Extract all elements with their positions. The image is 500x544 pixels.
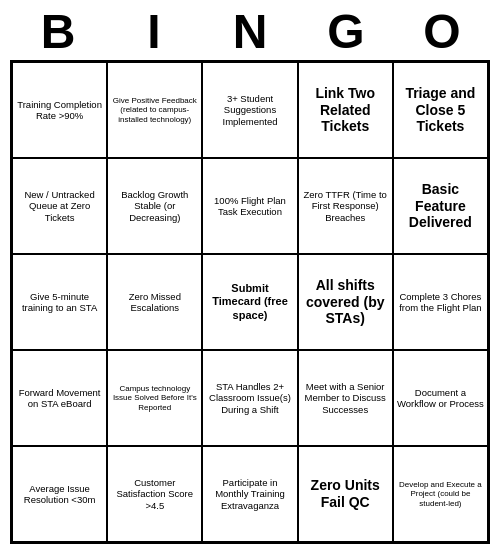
letter-g: G <box>302 8 390 56</box>
bingo-cell-7[interactable]: 100% Flight Plan Task Execution <box>202 158 297 254</box>
bingo-cell-6[interactable]: Backlog Growth Stable (or Decreasing) <box>107 158 202 254</box>
bingo-title: B I N G O <box>10 0 490 60</box>
bingo-cell-11[interactable]: Zero Missed Escalations <box>107 254 202 350</box>
bingo-cell-19[interactable]: Document a Workflow or Process <box>393 350 488 446</box>
letter-o: O <box>398 8 486 56</box>
bingo-cell-14[interactable]: Complete 3 Chores from the Flight Plan <box>393 254 488 350</box>
bingo-cell-16[interactable]: Campus technology Issue Solved Before It… <box>107 350 202 446</box>
bingo-cell-12[interactable]: Submit Timecard (free space) <box>202 254 297 350</box>
letter-b: B <box>14 8 102 56</box>
bingo-cell-0[interactable]: Training Completion Rate >90% <box>12 62 107 158</box>
bingo-cell-8[interactable]: Zero TTFR (Time to First Response) Breac… <box>298 158 393 254</box>
bingo-cell-3[interactable]: Link Two Related Tickets <box>298 62 393 158</box>
bingo-cell-21[interactable]: Customer Satisfaction Score >4.5 <box>107 446 202 542</box>
bingo-cell-4[interactable]: Triage and Close 5 Tickets <box>393 62 488 158</box>
bingo-cell-1[interactable]: Give Positive Feedback (related to campu… <box>107 62 202 158</box>
bingo-grid: Training Completion Rate >90%Give Positi… <box>10 60 490 544</box>
bingo-cell-24[interactable]: Develop and Execute a Project (could be … <box>393 446 488 542</box>
bingo-cell-17[interactable]: STA Handles 2+ Classroom Issue(s) During… <box>202 350 297 446</box>
letter-n: N <box>206 8 294 56</box>
letter-i: I <box>110 8 198 56</box>
bingo-cell-13[interactable]: All shifts covered (by STAs) <box>298 254 393 350</box>
bingo-cell-20[interactable]: Average Issue Resolution <30m <box>12 446 107 542</box>
bingo-cell-2[interactable]: 3+ Student Suggestions Implemented <box>202 62 297 158</box>
bingo-cell-9[interactable]: Basic Feature Delivered <box>393 158 488 254</box>
bingo-cell-5[interactable]: New / Untracked Queue at Zero Tickets <box>12 158 107 254</box>
bingo-cell-22[interactable]: Participate in Monthly Training Extravag… <box>202 446 297 542</box>
bingo-cell-23[interactable]: Zero Units Fail QC <box>298 446 393 542</box>
bingo-cell-18[interactable]: Meet with a Senior Member to Discuss Suc… <box>298 350 393 446</box>
bingo-cell-15[interactable]: Forward Movement on STA eBoard <box>12 350 107 446</box>
bingo-cell-10[interactable]: Give 5-minute training to an STA <box>12 254 107 350</box>
